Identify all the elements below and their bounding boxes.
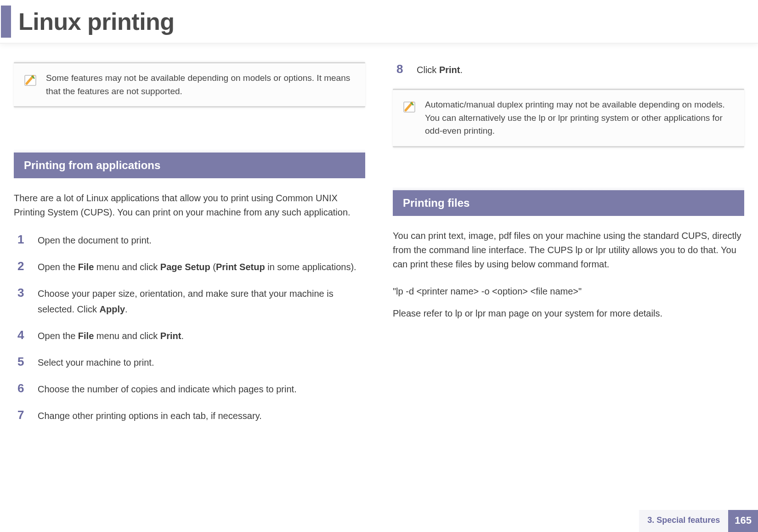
step-1: 1 Open the document to print.: [17, 232, 365, 248]
page-title: Linux printing: [18, 8, 175, 35]
step-text: Open the document to print.: [38, 232, 152, 248]
step-text: Change other printing options in each ta…: [38, 408, 262, 424]
content-area: Some features may not be available depen…: [0, 44, 758, 435]
section-heading-printing-from-apps: Printing from applications: [14, 153, 365, 178]
left-column: Some features may not be available depen…: [14, 62, 365, 435]
printing-files-paragraph: You can print text, image, pdf files on …: [393, 229, 744, 272]
note-icon: [401, 98, 418, 115]
note-box: Automatic/manual duplex printing may not…: [393, 89, 744, 147]
note-text: Automatic/manual duplex printing may not…: [425, 98, 735, 138]
section-heading-printing-files: Printing files: [393, 190, 744, 216]
command-format: "lp -d <printer name> -o <option> <file …: [393, 284, 744, 298]
step-3: 3 Choose your paper size, orientation, a…: [17, 286, 365, 317]
step-6: 6 Choose the number of copies and indica…: [17, 381, 365, 397]
step-number: 6: [17, 381, 28, 396]
step-number: 5: [17, 355, 28, 369]
step-number: 4: [17, 328, 28, 342]
step-text: Select your machine to print.: [38, 355, 154, 370]
page-footer: 3. Special features 165: [639, 510, 758, 532]
section-intro-text: There are a lot of Linux applications th…: [14, 191, 365, 220]
step-number: 1: [17, 232, 28, 247]
note-icon: [22, 72, 39, 88]
steps-list-continued: 8 Click Print.: [393, 62, 744, 78]
chapter-label: 3. Special features: [639, 510, 728, 532]
step-number: 8: [396, 62, 407, 76]
step-2: 2 Open the File menu and click Page Setu…: [17, 259, 365, 275]
note-box: Some features may not be available depen…: [14, 62, 365, 108]
step-number: 3: [17, 286, 28, 300]
step-number: 7: [17, 408, 28, 422]
right-column: 8 Click Print. Automatic/manual duplex p…: [393, 62, 744, 435]
header-accent-tab: [1, 6, 11, 38]
step-number: 2: [17, 259, 28, 273]
note-text: Some features may not be available depen…: [46, 72, 356, 98]
step-text: Choose your paper size, orientation, and…: [38, 286, 365, 317]
step-text: Open the File menu and click Page Setup …: [38, 259, 356, 275]
step-8: 8 Click Print.: [396, 62, 744, 78]
page-number: 165: [728, 510, 758, 532]
step-text: Click Print.: [417, 62, 463, 78]
page-header: Linux printing: [0, 0, 758, 44]
printing-files-paragraph-2: Please refer to lp or lpr man page on yo…: [393, 306, 744, 321]
step-5: 5 Select your machine to print.: [17, 355, 365, 370]
steps-list: 1 Open the document to print. 2 Open the…: [14, 232, 365, 424]
step-7: 7 Change other printing options in each …: [17, 408, 365, 424]
step-text: Choose the number of copies and indicate…: [38, 381, 297, 397]
step-4: 4 Open the File menu and click Print.: [17, 328, 365, 344]
step-text: Open the File menu and click Print.: [38, 328, 184, 344]
